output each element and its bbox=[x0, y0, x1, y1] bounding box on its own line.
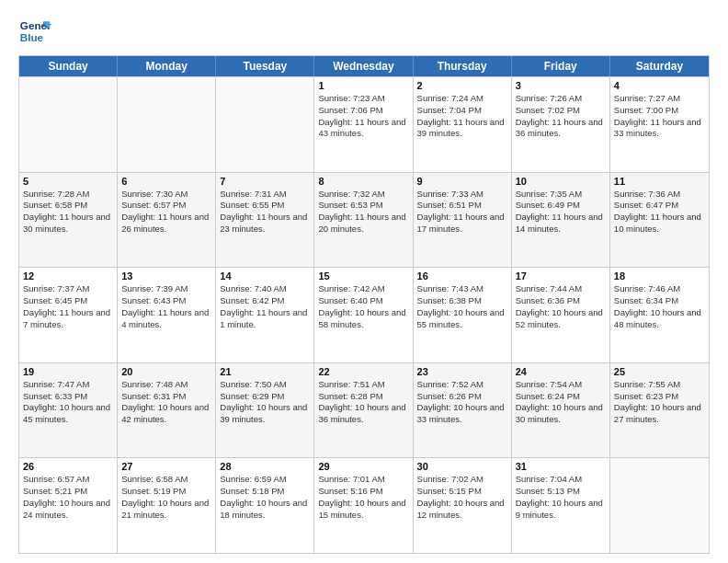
day-number: 3 bbox=[516, 80, 606, 91]
cell-content: Sunrise: 7:39 AM Sunset: 6:43 PM Dayligh… bbox=[121, 283, 211, 330]
calendar-cell-day-23: 23Sunrise: 7:52 AM Sunset: 6:26 PM Dayli… bbox=[414, 363, 512, 458]
weekday-header: Monday bbox=[118, 56, 216, 76]
day-number: 7 bbox=[220, 176, 310, 187]
calendar-row: 1Sunrise: 7:23 AM Sunset: 7:06 PM Daylig… bbox=[19, 76, 709, 172]
cell-content: Sunrise: 7:01 AM Sunset: 5:16 PM Dayligh… bbox=[318, 474, 408, 521]
day-number: 28 bbox=[220, 461, 310, 472]
weekday-header: Friday bbox=[512, 56, 610, 76]
cell-content: Sunrise: 7:43 AM Sunset: 6:38 PM Dayligh… bbox=[417, 283, 507, 330]
cell-content: Sunrise: 7:46 AM Sunset: 6:34 PM Dayligh… bbox=[614, 283, 705, 330]
calendar-cell-day-31: 31Sunrise: 7:04 AM Sunset: 5:13 PM Dayli… bbox=[512, 458, 610, 553]
cell-content: Sunrise: 7:51 AM Sunset: 6:28 PM Dayligh… bbox=[318, 379, 408, 426]
day-number: 1 bbox=[318, 80, 408, 91]
day-number: 15 bbox=[318, 270, 408, 282]
cell-content: Sunrise: 7:24 AM Sunset: 7:04 PM Dayligh… bbox=[417, 93, 507, 140]
cell-content: Sunrise: 7:32 AM Sunset: 6:53 PM Dayligh… bbox=[318, 189, 408, 236]
calendar-cell-empty bbox=[610, 458, 709, 553]
day-number: 22 bbox=[318, 366, 408, 377]
cell-content: Sunrise: 7:47 AM Sunset: 6:33 PM Dayligh… bbox=[23, 379, 113, 426]
day-number: 18 bbox=[614, 270, 705, 282]
cell-content: Sunrise: 7:02 AM Sunset: 5:15 PM Dayligh… bbox=[417, 474, 507, 521]
calendar-cell-day-16: 16Sunrise: 7:43 AM Sunset: 6:38 PM Dayli… bbox=[414, 268, 512, 362]
calendar-row: 5Sunrise: 7:28 AM Sunset: 6:58 PM Daylig… bbox=[19, 172, 709, 268]
calendar-cell-day-19: 19Sunrise: 7:47 AM Sunset: 6:33 PM Dayli… bbox=[19, 363, 118, 458]
calendar-cell-day-10: 10Sunrise: 7:35 AM Sunset: 6:49 PM Dayli… bbox=[512, 173, 610, 268]
calendar-cell-day-15: 15Sunrise: 7:42 AM Sunset: 6:40 PM Dayli… bbox=[314, 268, 413, 362]
cell-content: Sunrise: 7:37 AM Sunset: 6:45 PM Dayligh… bbox=[23, 283, 113, 330]
calendar-cell-day-25: 25Sunrise: 7:55 AM Sunset: 6:23 PM Dayli… bbox=[610, 363, 709, 458]
calendar-row: 19Sunrise: 7:47 AM Sunset: 6:33 PM Dayli… bbox=[19, 362, 709, 458]
calendar-cell-day-24: 24Sunrise: 7:54 AM Sunset: 6:24 PM Dayli… bbox=[512, 363, 610, 458]
day-number: 4 bbox=[614, 80, 705, 91]
weekday-header: Tuesday bbox=[216, 56, 314, 76]
weekday-header: Thursday bbox=[414, 56, 512, 76]
day-number: 25 bbox=[614, 366, 705, 377]
day-number: 9 bbox=[417, 176, 507, 187]
day-number: 31 bbox=[516, 461, 606, 472]
cell-content: Sunrise: 7:48 AM Sunset: 6:31 PM Dayligh… bbox=[121, 379, 211, 426]
calendar-cell-day-21: 21Sunrise: 7:50 AM Sunset: 6:29 PM Dayli… bbox=[216, 363, 314, 458]
calendar-cell-day-2: 2Sunrise: 7:24 AM Sunset: 7:04 PM Daylig… bbox=[414, 77, 512, 172]
header: General Blue bbox=[18, 15, 710, 48]
cell-content: Sunrise: 7:35 AM Sunset: 6:49 PM Dayligh… bbox=[516, 189, 606, 236]
day-number: 30 bbox=[417, 461, 507, 472]
day-number: 8 bbox=[318, 176, 408, 187]
calendar-cell-day-4: 4Sunrise: 7:27 AM Sunset: 7:00 PM Daylig… bbox=[610, 77, 709, 172]
calendar-cell-day-27: 27Sunrise: 6:58 AM Sunset: 5:19 PM Dayli… bbox=[118, 458, 216, 553]
day-number: 29 bbox=[318, 461, 408, 472]
calendar: SundayMondayTuesdayWednesdayThursdayFrid… bbox=[18, 55, 710, 554]
calendar-cell-day-6: 6Sunrise: 7:30 AM Sunset: 6:57 PM Daylig… bbox=[118, 173, 216, 268]
cell-content: Sunrise: 6:57 AM Sunset: 5:21 PM Dayligh… bbox=[23, 474, 113, 521]
cell-content: Sunrise: 7:54 AM Sunset: 6:24 PM Dayligh… bbox=[516, 379, 606, 426]
calendar-cell-day-17: 17Sunrise: 7:44 AM Sunset: 6:36 PM Dayli… bbox=[512, 268, 610, 362]
calendar-cell-empty bbox=[19, 77, 118, 172]
day-number: 27 bbox=[121, 461, 211, 472]
weekday-header: Wednesday bbox=[314, 56, 413, 76]
cell-content: Sunrise: 7:52 AM Sunset: 6:26 PM Dayligh… bbox=[417, 379, 507, 426]
calendar-cell-day-13: 13Sunrise: 7:39 AM Sunset: 6:43 PM Dayli… bbox=[118, 268, 216, 362]
cell-content: Sunrise: 7:27 AM Sunset: 7:00 PM Dayligh… bbox=[614, 93, 705, 140]
calendar-cell-day-12: 12Sunrise: 7:37 AM Sunset: 6:45 PM Dayli… bbox=[19, 268, 118, 362]
day-number: 20 bbox=[121, 366, 211, 377]
calendar-cell-day-11: 11Sunrise: 7:36 AM Sunset: 6:47 PM Dayli… bbox=[610, 173, 709, 268]
calendar-page: General Blue SundayMondayTuesdayWednesda… bbox=[0, 0, 728, 563]
calendar-cell-day-28: 28Sunrise: 6:59 AM Sunset: 5:18 PM Dayli… bbox=[216, 458, 314, 553]
day-number: 17 bbox=[516, 270, 606, 282]
day-number: 26 bbox=[23, 461, 113, 472]
day-number: 12 bbox=[23, 270, 113, 282]
calendar-cell-empty bbox=[118, 77, 216, 172]
calendar-cell-day-14: 14Sunrise: 7:40 AM Sunset: 6:42 PM Dayli… bbox=[216, 268, 314, 362]
day-number: 13 bbox=[121, 270, 211, 282]
calendar-cell-day-5: 5Sunrise: 7:28 AM Sunset: 6:58 PM Daylig… bbox=[19, 173, 118, 268]
calendar-header: SundayMondayTuesdayWednesdayThursdayFrid… bbox=[19, 56, 709, 76]
day-number: 19 bbox=[23, 366, 113, 377]
calendar-cell-day-8: 8Sunrise: 7:32 AM Sunset: 6:53 PM Daylig… bbox=[314, 173, 413, 268]
calendar-cell-day-29: 29Sunrise: 7:01 AM Sunset: 5:16 PM Dayli… bbox=[314, 458, 413, 553]
day-number: 11 bbox=[614, 176, 705, 187]
cell-content: Sunrise: 7:42 AM Sunset: 6:40 PM Dayligh… bbox=[318, 283, 408, 330]
cell-content: Sunrise: 7:04 AM Sunset: 5:13 PM Dayligh… bbox=[516, 474, 606, 521]
day-number: 21 bbox=[220, 366, 310, 377]
calendar-cell-day-9: 9Sunrise: 7:33 AM Sunset: 6:51 PM Daylig… bbox=[414, 173, 512, 268]
cell-content: Sunrise: 7:23 AM Sunset: 7:06 PM Dayligh… bbox=[318, 93, 408, 140]
cell-content: Sunrise: 6:59 AM Sunset: 5:18 PM Dayligh… bbox=[220, 474, 310, 521]
svg-text:Blue: Blue bbox=[20, 31, 44, 43]
cell-content: Sunrise: 7:40 AM Sunset: 6:42 PM Dayligh… bbox=[220, 283, 310, 330]
day-number: 24 bbox=[516, 366, 606, 377]
calendar-cell-day-7: 7Sunrise: 7:31 AM Sunset: 6:55 PM Daylig… bbox=[216, 173, 314, 268]
cell-content: Sunrise: 7:36 AM Sunset: 6:47 PM Dayligh… bbox=[614, 189, 705, 236]
calendar-cell-empty bbox=[216, 77, 314, 172]
day-number: 16 bbox=[417, 270, 507, 282]
calendar-cell-day-3: 3Sunrise: 7:26 AM Sunset: 7:02 PM Daylig… bbox=[512, 77, 610, 172]
calendar-cell-day-26: 26Sunrise: 6:57 AM Sunset: 5:21 PM Dayli… bbox=[19, 458, 118, 553]
day-number: 14 bbox=[220, 270, 310, 282]
cell-content: Sunrise: 7:44 AM Sunset: 6:36 PM Dayligh… bbox=[516, 283, 606, 330]
cell-content: Sunrise: 7:28 AM Sunset: 6:58 PM Dayligh… bbox=[23, 189, 113, 236]
calendar-cell-day-1: 1Sunrise: 7:23 AM Sunset: 7:06 PM Daylig… bbox=[314, 77, 413, 172]
calendar-cell-day-20: 20Sunrise: 7:48 AM Sunset: 6:31 PM Dayli… bbox=[118, 363, 216, 458]
cell-content: Sunrise: 7:50 AM Sunset: 6:29 PM Dayligh… bbox=[220, 379, 310, 426]
day-number: 6 bbox=[121, 176, 211, 187]
cell-content: Sunrise: 7:33 AM Sunset: 6:51 PM Dayligh… bbox=[417, 189, 507, 236]
calendar-row: 26Sunrise: 6:57 AM Sunset: 5:21 PM Dayli… bbox=[19, 457, 709, 553]
calendar-cell-day-18: 18Sunrise: 7:46 AM Sunset: 6:34 PM Dayli… bbox=[610, 268, 709, 362]
